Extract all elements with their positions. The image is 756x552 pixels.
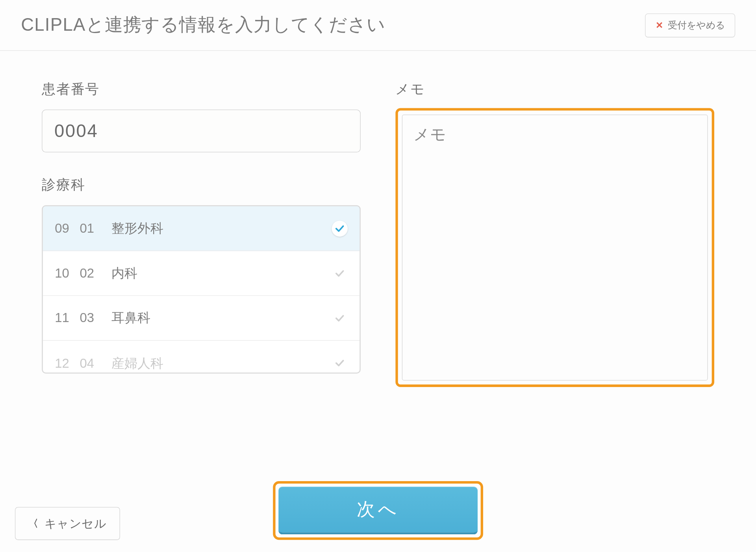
left-column: 患者番号 診療科 09 01 整形外科 10 02 [42, 80, 361, 387]
content: 患者番号 診療科 09 01 整形外科 10 02 [0, 51, 756, 387]
memo-label: メモ [395, 80, 714, 98]
footer: 〈 キャンセル 次へ [0, 507, 756, 540]
patient-number-label: 患者番号 [42, 80, 361, 98]
dept-name: 耳鼻科 [111, 309, 332, 327]
header: CLIPLAと連携する情報を入力してください ✕ 受付をやめる [0, 0, 756, 51]
check-icon [332, 355, 347, 371]
stop-reception-label: 受付をやめる [668, 19, 724, 31]
department-item-1[interactable]: 10 02 内科 [43, 251, 360, 296]
stop-reception-button[interactable]: ✕ 受付をやめる [645, 13, 735, 37]
dept-num2: 01 [80, 220, 111, 236]
dept-name: 内科 [111, 265, 332, 282]
dept-num1: 11 [55, 310, 80, 326]
next-button[interactable]: 次へ [278, 487, 478, 534]
cancel-button[interactable]: 〈 キャンセル [15, 507, 120, 540]
department-item-0[interactable]: 09 01 整形外科 [43, 206, 360, 251]
dept-num2: 04 [80, 356, 111, 371]
department-item-2[interactable]: 11 03 耳鼻科 [43, 296, 360, 341]
dept-num1: 10 [55, 265, 80, 281]
check-icon [332, 220, 347, 236]
cancel-label: キャンセル [44, 515, 107, 531]
chevron-left-icon: 〈 [28, 517, 38, 530]
right-column: メモ [395, 80, 714, 387]
dept-num2: 03 [80, 310, 111, 326]
dept-name: 整形外科 [111, 220, 332, 237]
dept-name: 産婦人科 [111, 354, 332, 372]
department-label: 診療科 [42, 175, 361, 194]
dept-num1: 12 [55, 356, 80, 371]
department-item-3[interactable]: 12 04 産婦人科 [43, 341, 360, 373]
check-icon [332, 310, 347, 326]
dept-num2: 02 [80, 265, 111, 281]
next-label: 次へ [357, 499, 399, 519]
memo-textarea[interactable] [402, 115, 708, 381]
next-highlight-frame: 次へ [273, 481, 483, 540]
department-list[interactable]: 09 01 整形外科 10 02 内科 [42, 205, 361, 374]
check-icon [332, 265, 347, 281]
page-title: CLIPLAと連携する情報を入力してください [21, 13, 385, 37]
memo-highlight-frame [395, 108, 714, 387]
dept-num1: 09 [55, 220, 80, 236]
patient-number-input[interactable] [42, 109, 361, 152]
close-icon: ✕ [656, 20, 663, 31]
